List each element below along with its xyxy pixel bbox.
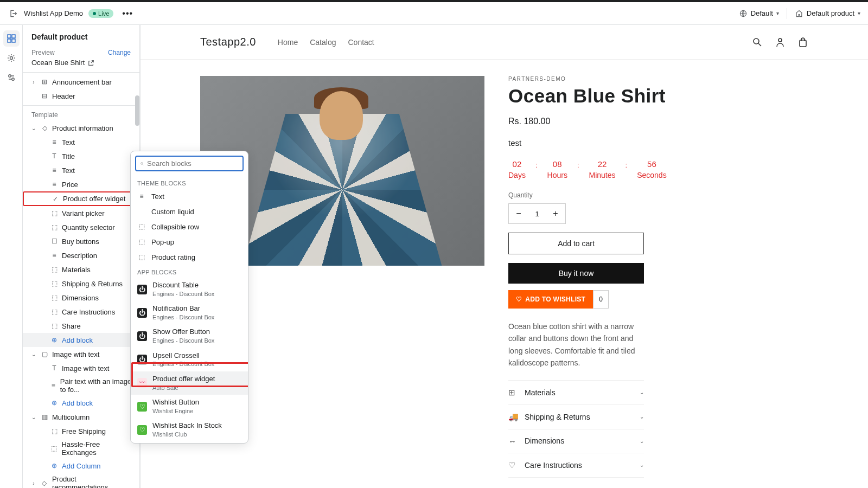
apps-rail-button[interactable] — [3, 69, 20, 86]
block-item[interactable]: ≡Text — [23, 163, 139, 177]
svg-rect-4 — [12, 39, 15, 42]
section-recommendations[interactable]: ›◇Product recommendations — [23, 473, 139, 488]
add-to-wishlist-button[interactable]: ♡ADD TO WISHLIST — [508, 290, 593, 309]
account-icon[interactable] — [775, 37, 786, 48]
product-description: Ocean blue cotton shirt with a narrow co… — [508, 320, 649, 369]
divider — [787, 8, 787, 19]
accordion-row[interactable]: ⊞Materials⌄ — [508, 380, 644, 404]
block-item[interactable]: ⬚Care Instructions — [23, 305, 139, 319]
template-selector[interactable]: Default product ▾ — [795, 9, 860, 18]
wishlist-count: 0 — [593, 290, 609, 309]
add-block-link[interactable]: ⊕Add block — [23, 333, 139, 347]
block-hassle-free[interactable]: ⬚Hassle-Free Exchanges — [23, 438, 139, 459]
block-item[interactable]: ≡Text — [23, 135, 139, 149]
svg-point-6 — [8, 75, 10, 77]
svg-rect-3 — [8, 39, 11, 42]
variant-label: test — [508, 138, 808, 147]
section-announcement-bar[interactable]: ›⊞Announcement bar — [23, 75, 139, 89]
svg-point-11 — [141, 162, 143, 164]
heart-icon: ♡ — [516, 296, 522, 303]
nav-contact[interactable]: Contact — [348, 38, 374, 47]
template-label: Default product — [807, 9, 854, 17]
qty-plus-button[interactable]: + — [546, 204, 565, 223]
app-block-option[interactable]: ⏻Notification BarEngines - Discount Box — [131, 301, 248, 324]
svg-point-5 — [10, 57, 12, 60]
section-multicolumn[interactable]: ⌄▥Multicolumn — [23, 410, 139, 424]
block-item[interactable]: ⬚Dimensions — [23, 291, 139, 305]
buy-now-button[interactable]: Buy it now — [508, 263, 644, 284]
chevron-down-icon: ▾ — [858, 10, 860, 16]
svg-point-7 — [11, 78, 14, 80]
chevron-down-icon: ⌄ — [640, 414, 644, 420]
block-item[interactable]: ⬚Shipping & Returns — [23, 277, 139, 291]
exit-icon[interactable] — [8, 8, 18, 19]
app-blocks-heading: APP BLOCKS — [131, 265, 248, 278]
block-item[interactable]: ⬚Materials — [23, 262, 139, 277]
accordion-row[interactable]: ♡Care Instructions⌄ — [508, 453, 644, 478]
quantity-label: Quantity — [508, 191, 808, 199]
app-block-option[interactable]: ⏻Show Offer ButtonEngines - Discount Box — [131, 324, 248, 348]
block-pair-text[interactable]: ≡Pair text with an image to fo... — [23, 375, 139, 396]
scrollbar-thumb[interactable] — [135, 95, 139, 126]
status-badge: Live — [88, 9, 113, 18]
block-item[interactable]: ≡Price — [23, 177, 139, 191]
block-image-with-text[interactable]: TImage with text — [23, 361, 139, 375]
search-icon[interactable] — [752, 37, 763, 48]
qty-value: 1 — [528, 204, 546, 223]
section-product-information[interactable]: ⌄◇Product information — [23, 121, 139, 135]
app-block-option[interactable]: ♡Wishlist clubWishlist Club — [131, 441, 248, 444]
theme-preview: Testapp2.0 Home Catalog Contact PARTNERS… — [140, 25, 868, 488]
globe-icon — [739, 9, 748, 18]
section-image-with-text[interactable]: ⌄▢Image with text — [23, 347, 139, 361]
accordion-row[interactable]: ↔Dimensions⌄ — [508, 429, 644, 453]
block-item[interactable]: ☐Buy buttons — [23, 234, 139, 248]
accordion-row[interactable]: 🚚Shipping & Returns⌄ — [508, 404, 644, 429]
svg-rect-2 — [12, 35, 15, 38]
block-item[interactable]: ⬚Variant picker — [23, 206, 139, 220]
app-block-option[interactable]: ⏻Upsell CrossellEngines - Discount Box — [131, 348, 248, 371]
qty-minus-button[interactable]: − — [509, 204, 528, 223]
external-link-icon — [88, 60, 94, 66]
locale-selector[interactable]: Default ▾ — [739, 9, 779, 18]
store-brand[interactable]: Testapp2.0 — [200, 36, 256, 48]
svg-point-9 — [778, 38, 782, 42]
app-block-option[interactable]: ♡Wishlist Back In StockWishlist Club — [131, 418, 248, 441]
block-item[interactable]: ⬚Share — [23, 319, 139, 333]
app-block-option[interactable]: 〰Product offer widgetAuto Sale — [131, 371, 248, 395]
block-free-shipping[interactable]: ⬚Free Shipping — [23, 424, 139, 438]
product-title: Ocean Blue Shirt — [508, 85, 808, 107]
block-item[interactable]: ⬚Quantity selector — [23, 220, 139, 234]
app-block-option[interactable]: ♡Wishlist ButtonWishlist Engine — [131, 395, 248, 418]
block-item[interactable]: ≡Description — [23, 248, 139, 262]
preview-label: Preview — [31, 49, 55, 56]
block-item[interactable]: TTitle — [23, 149, 139, 163]
change-preview-link[interactable]: Change — [108, 49, 131, 56]
section-header[interactable]: ⊟Header — [23, 89, 139, 103]
theme-block-option[interactable]: ⬚Product rating — [131, 249, 248, 265]
settings-rail-button[interactable] — [3, 50, 20, 66]
sections-rail-button[interactable] — [3, 30, 20, 47]
search-field[interactable] — [147, 159, 238, 168]
theme-block-option[interactable]: ⬚Collapsible row — [131, 219, 248, 234]
theme-blocks-heading: THEME BLOCKS — [131, 176, 248, 189]
theme-block-option[interactable]: ≡Text — [131, 189, 248, 204]
theme-block-option[interactable]: Custom liquid — [131, 204, 248, 219]
preview-product-name[interactable]: Ocean Blue Shirt — [31, 59, 131, 67]
add-to-cart-button[interactable]: Add to cart — [508, 233, 644, 254]
add-column-link[interactable]: ⊕Add Column — [23, 459, 139, 473]
block-item[interactable]: ✓Product offer widget — [23, 191, 139, 206]
theme-block-option[interactable]: ⬚Pop-up — [131, 234, 248, 249]
svg-rect-1 — [8, 35, 11, 38]
search-blocks-input[interactable] — [135, 156, 244, 171]
cart-icon[interactable] — [797, 37, 808, 48]
nav-home[interactable]: Home — [278, 38, 298, 47]
more-icon[interactable]: ••• — [119, 9, 136, 18]
chevron-down-icon: ⌄ — [640, 438, 644, 444]
store-header: Testapp2.0 Home Catalog Contact — [141, 25, 868, 60]
nav-catalog[interactable]: Catalog — [310, 38, 336, 47]
chevron-down-icon: ▾ — [776, 10, 779, 16]
page-title: Default product — [31, 33, 131, 41]
app-block-option[interactable]: ⏻Discount TableEngines - Discount Box — [131, 278, 248, 301]
add-block-link[interactable]: ⊕Add block — [23, 396, 139, 410]
product-vendor: PARTNERS-DEMO — [508, 76, 808, 82]
